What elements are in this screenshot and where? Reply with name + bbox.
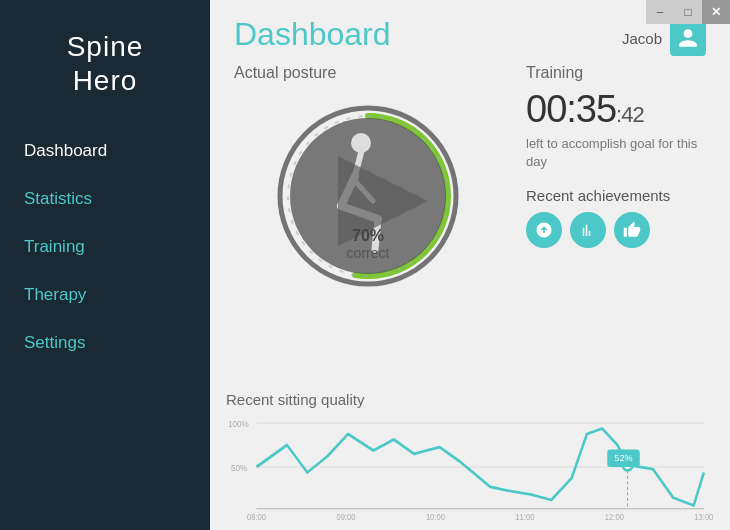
minimize-button[interactable]: – bbox=[646, 0, 674, 24]
svg-text:52%: 52% bbox=[614, 452, 633, 463]
chart-svg: 100% 50% 52% 08:00 09:00 10:00 11:00 12:… bbox=[226, 412, 714, 522]
user-area: Jacob bbox=[622, 20, 706, 56]
chart-label: Recent sitting quality bbox=[226, 391, 714, 408]
achievement-icon-1[interactable] bbox=[526, 212, 562, 248]
nav-settings-wrapper: Settings bbox=[0, 319, 210, 367]
svg-text:100%: 100% bbox=[228, 419, 249, 429]
svg-text:11:00: 11:00 bbox=[515, 513, 535, 522]
page-title: Dashboard bbox=[234, 16, 391, 53]
timer-main: 00:35 bbox=[526, 88, 616, 131]
achievements-icons bbox=[526, 212, 706, 248]
titlebar: – □ ✕ bbox=[646, 0, 730, 24]
maximize-button[interactable]: □ bbox=[674, 0, 702, 24]
svg-text:09:00: 09:00 bbox=[336, 513, 356, 522]
up-arrow-icon bbox=[535, 221, 553, 239]
achievement-icon-2[interactable] bbox=[570, 212, 606, 248]
svg-text:12:00: 12:00 bbox=[605, 513, 625, 522]
avatar[interactable] bbox=[670, 20, 706, 56]
achievements-label: Recent achievements bbox=[526, 187, 706, 204]
chart-section: Recent sitting quality 100% 50% 52% bbox=[210, 391, 730, 530]
svg-text:50%: 50% bbox=[231, 463, 248, 473]
nav-dashboard-wrapper: Dashboard bbox=[0, 127, 210, 175]
posture-percentage: 70% correct bbox=[347, 227, 390, 261]
content-area: Actual posture bbox=[210, 64, 730, 391]
bar-chart-icon bbox=[579, 221, 597, 239]
posture-svg bbox=[273, 101, 463, 291]
close-button[interactable]: ✕ bbox=[702, 0, 730, 24]
sidebar: Spine Hero Dashboard Statistics Training… bbox=[0, 0, 210, 530]
chart-container: 100% 50% 52% 08:00 09:00 10:00 11:00 12:… bbox=[226, 412, 714, 522]
svg-text:08:00: 08:00 bbox=[247, 513, 267, 522]
user-name: Jacob bbox=[622, 30, 662, 47]
right-panel: Training 00:35:42 left to accomplish goa… bbox=[526, 64, 706, 391]
user-icon bbox=[677, 27, 699, 49]
nav-statistics-wrapper: Statistics bbox=[0, 175, 210, 223]
sidebar-item-training[interactable]: Training bbox=[0, 223, 210, 271]
timer-sub: left to accomplish goal for this day bbox=[526, 135, 706, 171]
sidebar-item-statistics[interactable]: Statistics bbox=[0, 175, 210, 223]
thumbs-up-icon bbox=[623, 221, 641, 239]
posture-label: Actual posture bbox=[234, 64, 510, 82]
posture-container: 70% correct bbox=[226, 86, 510, 306]
sidebar-item-therapy[interactable]: Therapy bbox=[0, 271, 210, 319]
main-content: – □ ✕ Dashboard Jacob Actual posture bbox=[210, 0, 730, 530]
svg-text:10:00: 10:00 bbox=[426, 513, 446, 522]
app-logo: Spine Hero bbox=[67, 30, 144, 97]
nav-training-wrapper: Training bbox=[0, 223, 210, 271]
timer-seconds: :42 bbox=[616, 102, 644, 128]
achievement-icon-3[interactable] bbox=[614, 212, 650, 248]
timer: 00:35:42 bbox=[526, 88, 706, 131]
left-panel: Actual posture bbox=[226, 64, 510, 391]
sidebar-item-settings[interactable]: Settings bbox=[0, 319, 210, 367]
training-label: Training bbox=[526, 64, 706, 82]
svg-text:13:00: 13:00 bbox=[694, 513, 714, 522]
sidebar-item-dashboard[interactable]: Dashboard bbox=[0, 127, 210, 175]
posture-circle[interactable]: 70% correct bbox=[273, 101, 463, 291]
nav-therapy-wrapper: Therapy bbox=[0, 271, 210, 319]
